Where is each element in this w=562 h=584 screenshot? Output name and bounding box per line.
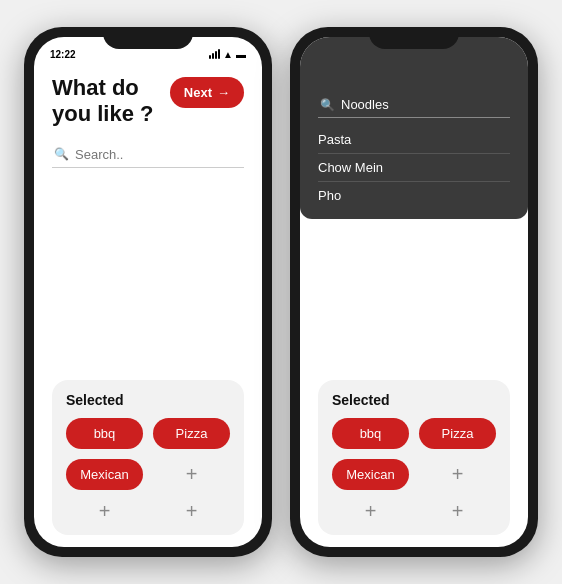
status-icons-1: ▲ ▬: [209, 49, 246, 60]
add-tag-6[interactable]: +: [419, 500, 496, 523]
dropdown-search-text: Noodles: [341, 97, 389, 112]
tag-mexican-2[interactable]: Mexican: [332, 459, 409, 490]
dropdown-overlay: 🔍 Noodles Pasta Chow Mein Pho: [300, 37, 528, 219]
add-tag-2[interactable]: +: [66, 500, 143, 523]
tags-grid-1: bbq Pizza Mexican + + +: [66, 418, 230, 523]
header-row-1: What do you like ? Next →: [52, 75, 244, 128]
tag-bbq-1[interactable]: bbq: [66, 418, 143, 449]
dropdown-search-icon: 🔍: [320, 98, 335, 112]
search-input-1[interactable]: [75, 147, 243, 162]
tags-grid-2: bbq Pizza Mexican + + +: [332, 418, 496, 523]
search-bar-1[interactable]: 🔍: [52, 142, 244, 168]
add-tag-4[interactable]: +: [419, 459, 496, 490]
add-tag-3[interactable]: +: [153, 500, 230, 523]
page-title-1: What do you like ?: [52, 75, 153, 128]
tag-pizza-1[interactable]: Pizza: [153, 418, 230, 449]
time-1: 12:22: [50, 49, 76, 60]
content-1: What do you like ? Next → 🔍 Selected bb: [34, 65, 262, 547]
notch-1: [103, 27, 193, 49]
tag-mexican-1[interactable]: Mexican: [66, 459, 143, 490]
screen-1: 12:22 ▲ ▬ What do you like ?: [34, 37, 262, 547]
screen-2: 12:22 ▲ ▬ What do you like ?: [300, 37, 528, 547]
dropdown-item-pasta[interactable]: Pasta: [318, 126, 510, 154]
notch-2: [369, 27, 459, 49]
phone-1: 12:22 ▲ ▬ What do you like ?: [24, 27, 272, 557]
add-tag-1[interactable]: +: [153, 459, 230, 490]
battery-icon-1: ▬: [236, 49, 246, 60]
selected-section-2: Selected bbq Pizza Mexican + + +: [318, 380, 510, 535]
signal-icon-1: [209, 49, 220, 59]
tag-bbq-2[interactable]: bbq: [332, 418, 409, 449]
search-icon-1: 🔍: [54, 147, 69, 161]
wifi-icon-1: ▲: [223, 49, 233, 60]
next-button-1[interactable]: Next →: [170, 77, 244, 108]
add-tag-5[interactable]: +: [332, 500, 409, 523]
phone-2: 12:22 ▲ ▬ What do you like ?: [290, 27, 538, 557]
dropdown-item-pho[interactable]: Pho: [318, 182, 510, 209]
dropdown-search-bar[interactable]: 🔍 Noodles: [318, 92, 510, 118]
dropdown-item-chowmein[interactable]: Chow Mein: [318, 154, 510, 182]
selected-section-1: Selected bbq Pizza Mexican + + +: [52, 380, 244, 535]
arrow-icon-1: →: [217, 85, 230, 100]
selected-label-1: Selected: [66, 392, 230, 408]
selected-label-2: Selected: [332, 392, 496, 408]
tag-pizza-2[interactable]: Pizza: [419, 418, 496, 449]
